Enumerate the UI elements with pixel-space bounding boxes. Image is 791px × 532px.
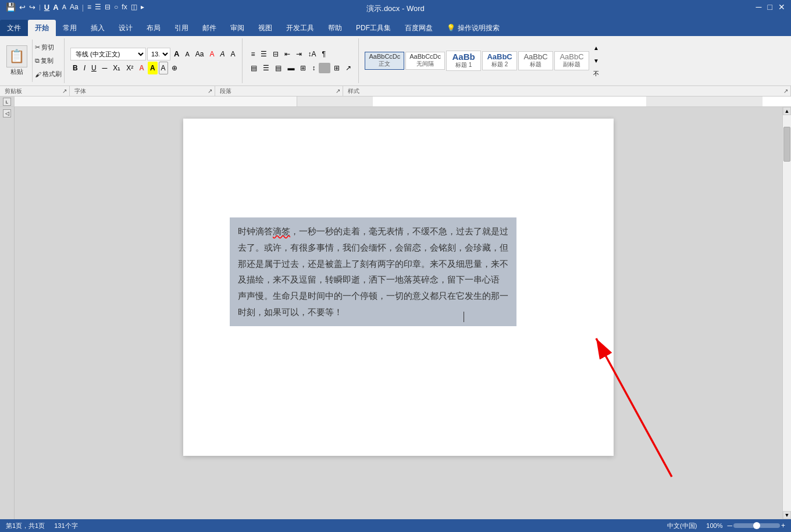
font-grow-button[interactable]: A — [172, 48, 181, 60]
cut-button[interactable]: ✂ 剪切 — [35, 43, 62, 52]
save-icon[interactable]: 💾 — [6, 2, 16, 12]
circle-icon[interactable]: ○ — [114, 3, 118, 11]
style-subtitle[interactable]: AaBbC 副标题 — [554, 51, 589, 70]
subscript-button[interactable]: X₁ — [111, 62, 123, 74]
minimize-btn[interactable]: ─ — [756, 2, 762, 12]
ruler-toggle[interactable]: L — [3, 98, 11, 106]
column-button[interactable]: ⊞ — [298, 62, 308, 74]
zoom-thumb[interactable] — [753, 522, 760, 529]
font-color-button[interactable]: A — [137, 62, 147, 74]
char-border-button[interactable]: A — [159, 62, 168, 74]
tab-start[interactable]: 开始 — [28, 20, 56, 36]
redo-icon[interactable]: ↪ — [29, 3, 35, 12]
font-size-select[interactable]: 13.5 — [147, 48, 170, 60]
formula-icon[interactable]: fx — [122, 3, 127, 11]
font-up-icon[interactable]: A — [53, 3, 58, 12]
text-highlight-button[interactable]: A — [148, 62, 158, 74]
font-case-button[interactable]: Aa — [193, 48, 206, 60]
style-heading1[interactable]: AaBb 标题 1 — [446, 51, 481, 71]
tab-layout[interactable]: 布局 — [140, 20, 168, 36]
text-effect-button[interactable]: A — [218, 48, 227, 60]
scroll-track[interactable] — [783, 115, 791, 511]
scroll-up-button[interactable]: ▲ — [783, 107, 791, 115]
line-spacing-button[interactable]: ↕ — [309, 62, 318, 74]
sort-button[interactable]: ↕A — [305, 48, 318, 60]
tab-search[interactable]: 💡 操作说明搜索 — [440, 20, 507, 36]
show-marks-button[interactable]: ¶ — [320, 48, 328, 60]
zoom-in-btn[interactable]: + — [781, 522, 785, 530]
font-down-icon[interactable]: A — [62, 3, 66, 10]
format-painter-button[interactable]: 🖌 格式刷 — [35, 70, 62, 78]
align-right-button[interactable]: ▤ — [273, 62, 284, 74]
tab-baidu[interactable]: 百度网盘 — [398, 20, 440, 36]
squiggly-text: 滴签 — [273, 226, 290, 236]
strikethrough-button[interactable]: ─ — [100, 62, 110, 74]
tab-references[interactable]: 引用 — [168, 20, 195, 36]
macro-icon[interactable]: ◫ — [131, 3, 137, 11]
font-expand[interactable]: ↗ — [208, 88, 212, 94]
char-spacing-button[interactable]: A — [228, 48, 237, 60]
tab-mail[interactable]: 邮件 — [195, 20, 223, 36]
styles-scroll-up[interactable]: ▲ — [592, 42, 601, 55]
italic-button[interactable]: I — [81, 62, 88, 74]
aa-icon[interactable]: Aa — [70, 3, 79, 11]
right-scrollbar[interactable]: ▲ ▼ — [782, 107, 791, 519]
style-heading2[interactable]: AaBbC 标题 2 — [482, 51, 517, 70]
tab-file[interactable]: 文件 — [0, 20, 28, 36]
list-icon[interactable]: ⊟ — [105, 3, 111, 11]
borders-button[interactable]: ⊞ — [332, 62, 342, 74]
scroll-down-button[interactable]: ▼ — [783, 511, 791, 519]
zoom-out-btn[interactable]: ─ — [727, 522, 732, 530]
bullet-icon[interactable]: ≡ — [87, 3, 91, 11]
justify-button[interactable]: ▬ — [285, 62, 297, 74]
scroll-thumb[interactable] — [783, 127, 790, 162]
expand-para-button[interactable]: ↗ — [343, 62, 354, 74]
underline-button[interactable]: U — [89, 62, 99, 74]
font-label: 字体 ↗ — [70, 86, 215, 96]
bullets-button[interactable]: ≡ — [248, 48, 257, 60]
style-title[interactable]: AaBbC 标题 — [518, 51, 553, 70]
zoom-slider[interactable] — [733, 523, 780, 528]
document-area[interactable]: 时钟滴答滴签，一秒一秒的走着，毫无表情，不缓不急，过去了就是过 去了。或许，有很… — [15, 107, 782, 519]
style-no-spacing[interactable]: AaBbCcDc 无间隔 — [405, 52, 445, 70]
left-sidebar-handle[interactable]: ◁ — [3, 109, 11, 117]
clipboard-expand[interactable]: ↗ — [62, 88, 67, 94]
increase-indent-button[interactable]: ⇥ — [294, 48, 304, 60]
tab-view[interactable]: 视图 — [251, 20, 279, 36]
bold-button[interactable]: B — [70, 62, 80, 74]
copy-button[interactable]: ⧉ 复制 — [35, 56, 62, 65]
styles-scroll-down[interactable]: ▼ — [592, 55, 601, 67]
tab-insert[interactable]: 插入 — [84, 20, 112, 36]
paste-button[interactable]: 📋 粘贴 — [6, 45, 27, 76]
multilevel-button[interactable]: ⊟ — [270, 48, 281, 60]
font-shrink-button[interactable]: A — [183, 48, 191, 60]
tab-common[interactable]: 常用 — [56, 20, 84, 36]
font-name-select[interactable]: 等线 (中文正文) — [70, 48, 146, 60]
styles-scroll[interactable]: ▲ ▼ 不 — [592, 42, 601, 80]
underline-format-icon[interactable]: U — [44, 3, 49, 12]
maximize-btn[interactable]: □ — [768, 2, 772, 12]
align-center-button[interactable]: ☰ — [261, 62, 272, 74]
tab-developer[interactable]: 开发工具 — [279, 20, 321, 36]
zoom-controls: ─ + — [727, 522, 785, 530]
selected-text-block: 时钟滴答滴签，一秒一秒的走着，毫无表情，不缓不急，过去了就是过 去了。或许，有很… — [230, 217, 516, 326]
styles-expand-label[interactable]: ↗ — [783, 88, 788, 94]
decrease-indent-button[interactable]: ⇤ — [282, 48, 293, 60]
styles-expand[interactable]: 不 — [592, 67, 601, 80]
undo-icon[interactable]: ↩ — [19, 3, 26, 12]
close-btn[interactable]: ✕ — [778, 2, 785, 12]
expand-icon[interactable]: ▸ — [141, 3, 144, 11]
tab-design[interactable]: 设计 — [112, 20, 140, 36]
tab-pdf[interactable]: PDF工具集 — [349, 20, 398, 36]
align-left-button[interactable]: ▤ — [248, 62, 259, 74]
numbering-icon[interactable]: ☰ — [95, 3, 101, 11]
tab-help[interactable]: 帮助 — [321, 20, 349, 36]
phonetic-button[interactable]: ⊕ — [169, 62, 180, 74]
tab-review[interactable]: 审阅 — [223, 20, 251, 36]
clear-format-button[interactable]: A — [207, 48, 216, 60]
style-normal[interactable]: AaBbCcDc 正文 — [365, 52, 404, 70]
superscript-button[interactable]: X² — [124, 62, 136, 74]
para-expand[interactable]: ↗ — [336, 88, 340, 94]
numbering-button[interactable]: ☰ — [258, 48, 269, 60]
shading-button[interactable] — [319, 63, 330, 73]
